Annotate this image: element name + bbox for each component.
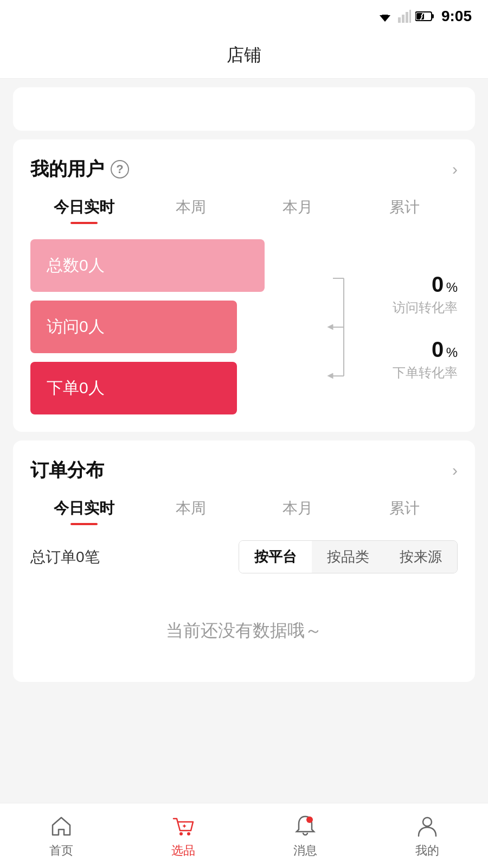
total-users-bar: 总数0人 bbox=[30, 239, 265, 292]
tab-this-week-orders[interactable]: 本周 bbox=[137, 498, 244, 525]
svg-rect-8 bbox=[432, 14, 434, 18]
my-users-title: 我的用户 bbox=[30, 157, 104, 182]
nav-messages[interactable]: 消息 bbox=[292, 813, 318, 859]
order-dist-card: 订单分布 › 今日实时 本周 本月 累计 总订单0笔 按平台 按品类 按来 bbox=[13, 441, 475, 682]
bracket-svg bbox=[317, 262, 349, 392]
order-dist-tabs: 今日实时 本周 本月 累计 bbox=[30, 498, 458, 525]
my-users-card: 我的用户 ? › 今日实时 本周 本月 累计 bbox=[13, 139, 475, 432]
person-icon bbox=[414, 813, 440, 839]
tab-cumulative-orders[interactable]: 累计 bbox=[351, 498, 458, 525]
order-users-bar: 下单0人 bbox=[30, 362, 237, 414]
svg-marker-2 bbox=[380, 15, 390, 22]
page-content: 我的用户 ? › 今日实时 本周 本月 累计 bbox=[0, 87, 488, 767]
tab-this-month-orders[interactable]: 本月 bbox=[244, 498, 351, 525]
home-icon bbox=[48, 813, 74, 839]
wifi-icon bbox=[376, 10, 394, 23]
svg-rect-3 bbox=[398, 17, 401, 23]
rates-values: 0 % 访问转化率 0 % 下单转化率 bbox=[349, 262, 458, 392]
nav-select-products[interactable]: ✦ 选品 bbox=[170, 813, 196, 859]
bottom-nav: 首页 ✦ 选品 消息 bbox=[0, 803, 488, 868]
my-users-header: 我的用户 ? › bbox=[30, 157, 458, 182]
svg-point-22 bbox=[423, 818, 432, 826]
order-dist-title: 订单分布 bbox=[30, 458, 104, 483]
nav-home[interactable]: 首页 bbox=[48, 813, 74, 859]
page-title: 店铺 bbox=[227, 45, 261, 65]
battery-icon bbox=[415, 10, 435, 22]
visit-users-bar: 访问0人 bbox=[30, 301, 237, 353]
order-stats-row: 总订单0笔 按平台 按品类 按来源 bbox=[30, 540, 458, 573]
visit-rate-block: 0 % 访问转化率 bbox=[349, 267, 458, 322]
user-bars: 总数0人 访问0人 下单0人 bbox=[30, 239, 306, 414]
rates-container: 0 % 访问转化率 0 % 下单转化率 bbox=[317, 262, 458, 392]
svg-point-19 bbox=[187, 832, 190, 835]
tab-today-realtime-orders[interactable]: 今日实时 bbox=[30, 498, 137, 525]
cart-icon: ✦ bbox=[170, 813, 196, 839]
empty-state: 当前还没有数据哦～ bbox=[30, 586, 458, 665]
user-stats: 总数0人 访问0人 下单0人 bbox=[30, 239, 458, 414]
svg-point-18 bbox=[179, 832, 183, 835]
tab-today-realtime-users[interactable]: 今日实时 bbox=[30, 197, 137, 224]
nav-home-label: 首页 bbox=[49, 843, 73, 859]
help-icon[interactable]: ? bbox=[111, 160, 129, 178]
svg-text:✦: ✦ bbox=[182, 822, 187, 830]
total-orders-label: 总订单0笔 bbox=[30, 547, 100, 567]
my-users-chevron[interactable]: › bbox=[452, 160, 458, 178]
my-users-tabs: 今日实时 本周 本月 累计 bbox=[30, 197, 458, 224]
order-dist-header: 订单分布 › bbox=[30, 458, 458, 483]
tab-cumulative-users[interactable]: 累计 bbox=[351, 197, 458, 224]
svg-rect-4 bbox=[402, 15, 404, 23]
tab-this-week-users[interactable]: 本周 bbox=[137, 197, 244, 224]
tab-this-month-users[interactable]: 本月 bbox=[244, 197, 351, 224]
filter-by-platform[interactable]: 按平台 bbox=[239, 541, 312, 573]
order-rate-block: 0 % 下单转化率 bbox=[349, 332, 458, 387]
order-dist-chevron[interactable]: › bbox=[452, 461, 458, 480]
filter-by-category[interactable]: 按品类 bbox=[312, 541, 384, 573]
status-time: 9:05 bbox=[441, 8, 472, 25]
top-placeholder-card bbox=[13, 87, 475, 131]
status-bar: 9:05 bbox=[0, 0, 488, 33]
nav-my[interactable]: 我的 bbox=[414, 813, 440, 859]
nav-messages-label: 消息 bbox=[293, 843, 317, 859]
nav-my-label: 我的 bbox=[415, 843, 439, 859]
svg-point-21 bbox=[306, 816, 313, 823]
bell-icon bbox=[292, 813, 318, 839]
status-icons bbox=[376, 10, 435, 23]
signal-icon bbox=[398, 10, 411, 23]
filter-by-source[interactable]: 按来源 bbox=[384, 541, 457, 573]
nav-select-products-label: 选品 bbox=[171, 843, 195, 859]
my-users-title-group: 我的用户 ? bbox=[30, 157, 129, 182]
order-filter-group: 按平台 按品类 按来源 bbox=[239, 540, 458, 573]
svg-rect-5 bbox=[406, 12, 408, 23]
svg-rect-6 bbox=[409, 10, 411, 23]
page-header: 店铺 bbox=[0, 33, 488, 79]
